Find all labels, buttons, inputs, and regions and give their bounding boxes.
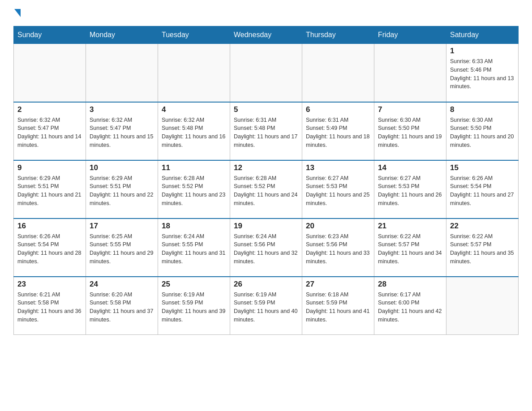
calendar-cell	[158, 44, 230, 102]
calendar-cell: 15Sunrise: 6:26 AM Sunset: 5:54 PM Dayli…	[446, 160, 519, 218]
day-info: Sunrise: 6:19 AM Sunset: 5:59 PM Dayligh…	[234, 291, 298, 324]
day-number: 4	[162, 105, 226, 114]
calendar-cell: 17Sunrise: 6:25 AM Sunset: 5:55 PM Dayli…	[86, 218, 158, 277]
day-number: 1	[450, 47, 515, 56]
day-number: 10	[90, 163, 154, 172]
day-info: Sunrise: 6:26 AM Sunset: 5:54 PM Dayligh…	[17, 232, 82, 266]
weekday-header-thursday: Thursday	[302, 26, 374, 44]
day-info: Sunrise: 6:24 AM Sunset: 5:56 PM Dayligh…	[234, 232, 298, 266]
calendar-cell: 3Sunrise: 6:32 AM Sunset: 5:47 PM Daylig…	[86, 102, 158, 160]
day-info: Sunrise: 6:29 AM Sunset: 5:51 PM Dayligh…	[90, 174, 154, 208]
logo-arrow-icon	[14, 9, 21, 17]
day-number: 6	[306, 105, 370, 114]
day-number: 3	[90, 105, 154, 114]
weekday-header-tuesday: Tuesday	[158, 26, 230, 44]
day-info: Sunrise: 6:32 AM Sunset: 5:48 PM Dayligh…	[162, 116, 226, 150]
calendar-week-row: 16Sunrise: 6:26 AM Sunset: 5:54 PM Dayli…	[14, 218, 519, 277]
day-info: Sunrise: 6:33 AM Sunset: 5:46 PM Dayligh…	[450, 57, 515, 91]
calendar-cell	[14, 44, 86, 102]
weekday-header-row: SundayMondayTuesdayWednesdayThursdayFrid…	[14, 26, 519, 44]
day-info: Sunrise: 6:28 AM Sunset: 5:52 PM Dayligh…	[162, 174, 226, 208]
day-number: 23	[17, 280, 82, 289]
day-info: Sunrise: 6:21 AM Sunset: 5:58 PM Dayligh…	[17, 291, 82, 324]
day-number: 18	[162, 222, 226, 231]
calendar-cell: 12Sunrise: 6:28 AM Sunset: 5:52 PM Dayli…	[230, 160, 302, 218]
day-info: Sunrise: 6:31 AM Sunset: 5:48 PM Dayligh…	[234, 116, 298, 150]
day-number: 7	[378, 105, 442, 114]
calendar-cell: 8Sunrise: 6:30 AM Sunset: 5:50 PM Daylig…	[446, 102, 519, 160]
day-info: Sunrise: 6:18 AM Sunset: 5:59 PM Dayligh…	[306, 291, 370, 324]
day-number: 20	[306, 222, 370, 231]
calendar-cell: 2Sunrise: 6:32 AM Sunset: 5:47 PM Daylig…	[14, 102, 86, 160]
calendar-cell: 25Sunrise: 6:19 AM Sunset: 5:59 PM Dayli…	[158, 277, 230, 335]
calendar-cell: 5Sunrise: 6:31 AM Sunset: 5:48 PM Daylig…	[230, 102, 302, 160]
header	[13, 9, 519, 17]
calendar-cell: 11Sunrise: 6:28 AM Sunset: 5:52 PM Dayli…	[158, 160, 230, 218]
day-info: Sunrise: 6:31 AM Sunset: 5:49 PM Dayligh…	[306, 116, 370, 150]
day-number: 27	[306, 280, 370, 289]
calendar-cell: 21Sunrise: 6:22 AM Sunset: 5:57 PM Dayli…	[374, 218, 446, 277]
day-info: Sunrise: 6:25 AM Sunset: 5:55 PM Dayligh…	[90, 232, 154, 266]
day-number: 24	[90, 280, 154, 289]
day-number: 22	[450, 222, 515, 231]
calendar-cell: 24Sunrise: 6:20 AM Sunset: 5:58 PM Dayli…	[86, 277, 158, 335]
day-number: 2	[17, 105, 82, 114]
day-number: 25	[162, 280, 226, 289]
calendar-cell: 20Sunrise: 6:23 AM Sunset: 5:56 PM Dayli…	[302, 218, 374, 277]
day-number: 16	[17, 222, 82, 231]
calendar-cell	[302, 44, 374, 102]
day-info: Sunrise: 6:22 AM Sunset: 5:57 PM Dayligh…	[450, 232, 515, 266]
day-info: Sunrise: 6:22 AM Sunset: 5:57 PM Dayligh…	[378, 232, 442, 266]
day-number: 17	[90, 222, 154, 231]
calendar-week-row: 23Sunrise: 6:21 AM Sunset: 5:58 PM Dayli…	[14, 277, 519, 335]
day-info: Sunrise: 6:29 AM Sunset: 5:51 PM Dayligh…	[17, 174, 82, 208]
day-number: 13	[306, 163, 370, 172]
day-number: 12	[234, 163, 298, 172]
calendar-cell: 14Sunrise: 6:27 AM Sunset: 5:53 PM Dayli…	[374, 160, 446, 218]
calendar-cell: 18Sunrise: 6:24 AM Sunset: 5:55 PM Dayli…	[158, 218, 230, 277]
day-number: 11	[162, 163, 226, 172]
calendar-cell: 19Sunrise: 6:24 AM Sunset: 5:56 PM Dayli…	[230, 218, 302, 277]
calendar-cell: 13Sunrise: 6:27 AM Sunset: 5:53 PM Dayli…	[302, 160, 374, 218]
day-number: 26	[234, 280, 298, 289]
calendar-cell: 28Sunrise: 6:17 AM Sunset: 6:00 PM Dayli…	[374, 277, 446, 335]
day-number: 14	[378, 163, 442, 172]
day-number: 8	[450, 105, 515, 114]
weekday-header-monday: Monday	[86, 26, 158, 44]
weekday-header-friday: Friday	[374, 26, 446, 44]
day-info: Sunrise: 6:19 AM Sunset: 5:59 PM Dayligh…	[162, 291, 226, 324]
day-info: Sunrise: 6:20 AM Sunset: 5:58 PM Dayligh…	[90, 291, 154, 324]
calendar-week-row: 1Sunrise: 6:33 AM Sunset: 5:46 PM Daylig…	[14, 44, 519, 102]
day-number: 15	[450, 163, 515, 172]
day-info: Sunrise: 6:26 AM Sunset: 5:54 PM Dayligh…	[450, 174, 515, 208]
day-number: 28	[378, 280, 442, 289]
day-info: Sunrise: 6:32 AM Sunset: 5:47 PM Dayligh…	[90, 116, 154, 150]
calendar-cell: 22Sunrise: 6:22 AM Sunset: 5:57 PM Dayli…	[446, 218, 519, 277]
day-info: Sunrise: 6:27 AM Sunset: 5:53 PM Dayligh…	[378, 174, 442, 208]
calendar-cell: 9Sunrise: 6:29 AM Sunset: 5:51 PM Daylig…	[14, 160, 86, 218]
weekday-header-saturday: Saturday	[446, 26, 519, 44]
day-number: 5	[234, 105, 298, 114]
calendar-week-row: 2Sunrise: 6:32 AM Sunset: 5:47 PM Daylig…	[14, 102, 519, 160]
calendar-cell: 6Sunrise: 6:31 AM Sunset: 5:49 PM Daylig…	[302, 102, 374, 160]
day-number: 21	[378, 222, 442, 231]
calendar-week-row: 9Sunrise: 6:29 AM Sunset: 5:51 PM Daylig…	[14, 160, 519, 218]
day-info: Sunrise: 6:30 AM Sunset: 5:50 PM Dayligh…	[450, 116, 515, 150]
calendar-cell: 10Sunrise: 6:29 AM Sunset: 5:51 PM Dayli…	[86, 160, 158, 218]
weekday-header-wednesday: Wednesday	[230, 26, 302, 44]
calendar-cell	[446, 277, 519, 335]
weekday-header-sunday: Sunday	[14, 26, 86, 44]
day-info: Sunrise: 6:23 AM Sunset: 5:56 PM Dayligh…	[306, 232, 370, 266]
calendar-table: SundayMondayTuesdayWednesdayThursdayFrid…	[13, 26, 519, 335]
day-info: Sunrise: 6:32 AM Sunset: 5:47 PM Dayligh…	[17, 116, 82, 150]
day-info: Sunrise: 6:30 AM Sunset: 5:50 PM Dayligh…	[378, 116, 442, 150]
day-info: Sunrise: 6:17 AM Sunset: 6:00 PM Dayligh…	[378, 291, 442, 324]
calendar-cell	[86, 44, 158, 102]
calendar-cell: 16Sunrise: 6:26 AM Sunset: 5:54 PM Dayli…	[14, 218, 86, 277]
day-number: 19	[234, 222, 298, 231]
calendar-cell: 7Sunrise: 6:30 AM Sunset: 5:50 PM Daylig…	[374, 102, 446, 160]
calendar-cell: 27Sunrise: 6:18 AM Sunset: 5:59 PM Dayli…	[302, 277, 374, 335]
calendar-cell: 23Sunrise: 6:21 AM Sunset: 5:58 PM Dayli…	[14, 277, 86, 335]
calendar-cell: 1Sunrise: 6:33 AM Sunset: 5:46 PM Daylig…	[446, 44, 519, 102]
calendar-cell	[374, 44, 446, 102]
